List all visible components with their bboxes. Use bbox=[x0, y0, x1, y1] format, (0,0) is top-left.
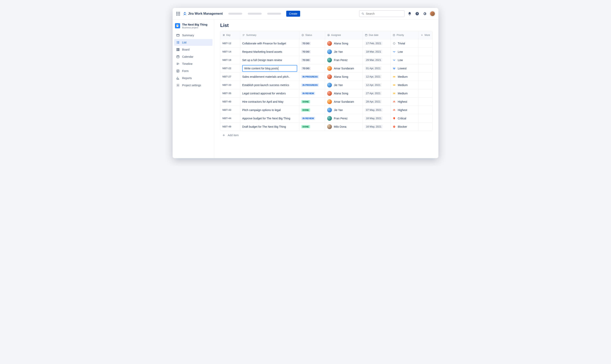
summary-cell[interactable]: Establish post-launch success metrics bbox=[240, 81, 299, 89]
summary-cell[interactable]: Sales enablement materials and pitch.. bbox=[240, 73, 299, 81]
status-cell[interactable]: IN PROGRESS bbox=[299, 81, 325, 89]
table-row[interactable]: NBT-43 Pitch campaign options to legal D… bbox=[220, 106, 432, 114]
priority-cell[interactable]: Blocker bbox=[391, 123, 418, 131]
more-cell[interactable] bbox=[418, 114, 432, 122]
col-header-more[interactable]: More bbox=[418, 31, 432, 39]
table-row[interactable]: NBT-35 Legal contract approval for vendo… bbox=[220, 89, 432, 97]
due-date-cell[interactable]: 18 Mar, 2021 bbox=[363, 48, 391, 56]
status-cell[interactable]: TO DO bbox=[299, 48, 325, 56]
sidebar-item-calendar[interactable]: Calendar bbox=[174, 53, 213, 60]
key-cell[interactable]: NBT-22 bbox=[220, 64, 240, 72]
priority-cell[interactable]: Trivial bbox=[391, 39, 418, 47]
assignee-cell[interactable]: Fran Perez bbox=[325, 114, 363, 122]
status-cell[interactable]: DONE bbox=[299, 98, 325, 106]
more-cell[interactable] bbox=[418, 98, 432, 106]
key-cell[interactable]: NBT-40 bbox=[220, 98, 240, 106]
priority-cell[interactable]: Critical bbox=[391, 114, 418, 122]
app-switcher-button[interactable] bbox=[176, 11, 181, 16]
key-cell[interactable]: NBT-43 bbox=[220, 106, 240, 114]
more-cell[interactable] bbox=[418, 123, 432, 131]
more-cell[interactable] bbox=[418, 48, 432, 56]
search-input[interactable] bbox=[366, 12, 402, 15]
priority-cell[interactable]: Highest bbox=[391, 98, 418, 106]
priority-cell[interactable]: Medium bbox=[391, 81, 418, 89]
assignee-cell[interactable]: Alana Song bbox=[325, 89, 363, 97]
key-cell[interactable]: NBT-18 bbox=[220, 56, 240, 64]
due-date-cell[interactable]: 28 Apr, 2021 bbox=[363, 98, 391, 106]
col-header-summary[interactable]: Summary bbox=[240, 31, 299, 39]
key-cell[interactable]: NBT-12 bbox=[220, 39, 240, 47]
create-button[interactable]: Create bbox=[286, 11, 300, 17]
assignee-cell[interactable]: Jie Yan bbox=[325, 81, 363, 89]
priority-cell[interactable]: Medium bbox=[391, 73, 418, 81]
key-cell[interactable]: NBT-49 bbox=[220, 123, 240, 131]
key-cell[interactable]: NBT-35 bbox=[220, 89, 240, 97]
table-row[interactable]: NBT-33 Establish post-launch success met… bbox=[220, 81, 432, 89]
table-row[interactable]: NBT-40 Hire contractors for April and Ma… bbox=[220, 97, 432, 106]
priority-cell[interactable]: Lowest bbox=[391, 64, 418, 72]
summary-cell[interactable]: Collaborate with Finance for budget bbox=[240, 39, 299, 47]
col-header-due[interactable]: Due date bbox=[363, 31, 391, 39]
table-row[interactable]: NBT-12 Collaborate with Finance for budg… bbox=[220, 39, 432, 47]
priority-cell[interactable]: Low bbox=[391, 48, 418, 56]
more-cell[interactable] bbox=[418, 39, 432, 47]
assignee-cell[interactable]: Alana Song bbox=[325, 73, 363, 81]
summary-cell[interactable]: Request Marketing brand assets bbox=[240, 48, 299, 56]
due-date-cell[interactable]: 17 Feb, 2021 bbox=[363, 39, 391, 47]
status-cell[interactable]: IN REVIEW bbox=[299, 89, 325, 97]
table-row[interactable]: NBT-22 Write content for blog posts TO D… bbox=[220, 64, 432, 72]
due-date-cell[interactable]: 29 Mar, 2021 bbox=[363, 56, 391, 64]
add-item-button[interactable]: Add item bbox=[220, 131, 432, 140]
more-cell[interactable] bbox=[418, 89, 432, 97]
status-cell[interactable]: DONE bbox=[299, 106, 325, 114]
sidebar-item-reports[interactable]: Reports bbox=[174, 75, 213, 81]
more-cell[interactable] bbox=[418, 73, 432, 81]
due-date-cell[interactable]: 07 May, 2021 bbox=[363, 106, 391, 114]
project-header[interactable]: The Next Big Thing Business project bbox=[174, 22, 213, 32]
summary-cell[interactable]: Pitch campaign options to legal bbox=[240, 106, 299, 114]
summary-cell[interactable]: Hire contractors for April and May bbox=[240, 98, 299, 106]
notifications-button[interactable] bbox=[407, 11, 412, 16]
due-date-cell[interactable]: 01 Apr, 2021 bbox=[363, 64, 391, 72]
profile-avatar[interactable] bbox=[430, 11, 435, 16]
help-button[interactable]: ? bbox=[415, 11, 420, 16]
assignee-cell[interactable]: Jie Yan bbox=[325, 48, 363, 56]
status-cell[interactable]: TO DO bbox=[299, 64, 325, 72]
table-row[interactable]: NBT-49 Draft budget for The Next Big Thi… bbox=[220, 122, 432, 131]
due-date-cell[interactable]: 27 Apr, 2021 bbox=[363, 89, 391, 97]
summary-cell[interactable]: Draft budget for The Next Big Thing bbox=[240, 123, 299, 131]
more-cell[interactable] bbox=[418, 81, 432, 89]
col-header-priority[interactable]: Priority bbox=[391, 31, 418, 39]
due-date-cell[interactable]: 16 May, 2021 bbox=[363, 114, 391, 122]
assignee-cell[interactable]: Jie Yan bbox=[325, 106, 363, 114]
status-cell[interactable]: IN REVIEW bbox=[299, 114, 325, 122]
table-row[interactable]: NBT-14 Request Marketing brand assets TO… bbox=[220, 47, 432, 56]
table-row[interactable]: NBT-18 Set up a full Design team review … bbox=[220, 56, 432, 64]
more-cell[interactable] bbox=[418, 64, 432, 72]
sidebar-item-summary[interactable]: Summary bbox=[174, 32, 213, 39]
summary-cell[interactable]: Legal contract approval for vendors bbox=[240, 89, 299, 97]
priority-cell[interactable]: Medium bbox=[391, 89, 418, 97]
sidebar-item-timeline[interactable]: Timeline bbox=[174, 61, 213, 67]
assignee-cell[interactable]: Amar Sundaram bbox=[325, 98, 363, 106]
due-date-cell[interactable]: 12 Apr, 2021 bbox=[363, 73, 391, 81]
assignee-cell[interactable]: Fran Perez bbox=[325, 56, 363, 64]
col-header-assignee[interactable]: Assignee bbox=[325, 31, 363, 39]
assignee-cell[interactable]: Amar Sundaram bbox=[325, 64, 363, 72]
key-cell[interactable]: NBT-44 bbox=[220, 114, 240, 122]
product-logo-link[interactable]: Jira Work Management bbox=[183, 12, 223, 16]
summary-cell[interactable]: Set up a full Design team review bbox=[240, 56, 299, 64]
key-cell[interactable]: NBT-14 bbox=[220, 48, 240, 56]
key-cell[interactable]: NBT-27 bbox=[220, 73, 240, 81]
key-cell[interactable]: NBT-33 bbox=[220, 81, 240, 89]
col-header-key[interactable]: Key bbox=[220, 31, 240, 39]
summary-cell-editing[interactable]: Write content for blog posts bbox=[240, 64, 299, 72]
status-cell[interactable]: IN PROGRESS bbox=[299, 73, 325, 81]
due-date-cell[interactable]: 16 May, 2021 bbox=[363, 123, 391, 131]
table-row[interactable]: NBT-27 Sales enablement materials and pi… bbox=[220, 72, 432, 81]
status-cell[interactable]: DONE bbox=[299, 123, 325, 131]
priority-cell[interactable]: Low bbox=[391, 56, 418, 64]
sidebar-item-form[interactable]: Form bbox=[174, 68, 213, 74]
assignee-cell[interactable]: Milo Dona bbox=[325, 123, 363, 131]
col-header-status[interactable]: Status bbox=[299, 31, 325, 39]
